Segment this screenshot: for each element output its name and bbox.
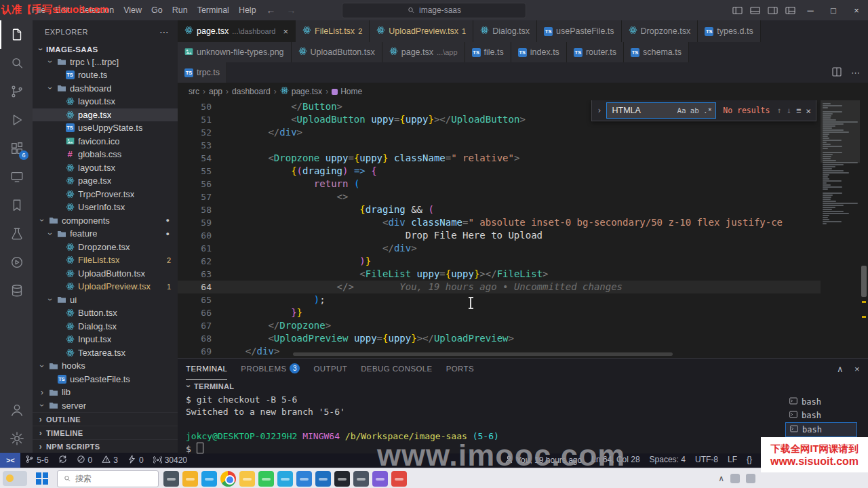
- more-actions-icon[interactable]: ⋯: [159, 26, 170, 37]
- command-center-search[interactable]: image-saas: [342, 3, 526, 18]
- regex-icon[interactable]: .*: [703, 106, 712, 115]
- close-tab-icon[interactable]: ×: [283, 26, 288, 37]
- maximize-panel-icon[interactable]: ∧: [837, 364, 844, 374]
- terminal-instance[interactable]: bash: [785, 409, 857, 422]
- status-branch[interactable]: 5-6: [20, 453, 53, 468]
- split-editor-icon[interactable]: [832, 67, 842, 79]
- tree-item[interactable]: ›trpc \ [...trpc]: [33, 56, 178, 69]
- taskbar-explorer-icon[interactable]: [182, 471, 198, 487]
- activity-live-server-icon[interactable]: [0, 248, 33, 277]
- whole-word-icon[interactable]: ab: [690, 106, 699, 115]
- match-case-icon[interactable]: Aa: [677, 106, 686, 115]
- minimap-slider[interactable]: [821, 100, 860, 163]
- status-language[interactable]: {}: [742, 455, 757, 464]
- back-icon[interactable]: ←: [261, 5, 281, 16]
- tree-item[interactable]: TSroute.ts: [33, 68, 178, 82]
- activity-extensions-icon[interactable]: 6: [0, 134, 33, 163]
- workspace-root[interactable]: › IMAGE-SAAS: [33, 43, 178, 56]
- tree-item[interactable]: #globals.css: [33, 148, 178, 161]
- activity-run-debug-icon[interactable]: [0, 106, 33, 134]
- taskbar-edge-icon[interactable]: [201, 471, 217, 487]
- status-indentation[interactable]: Spaces: 4: [645, 455, 690, 464]
- menu-item-help[interactable]: Help: [234, 5, 261, 15]
- activity-account-icon[interactable]: [0, 396, 33, 424]
- tab-Dialog.tsx[interactable]: Dialog.tsx: [473, 20, 537, 42]
- breadcrumb-item-home[interactable]: Home: [340, 87, 362, 96]
- toggle-replace-icon[interactable]: ›: [597, 106, 601, 115]
- section-timeline[interactable]: ›TIMELINE: [33, 426, 178, 439]
- minimap[interactable]: [821, 100, 860, 358]
- status-encoding[interactable]: UTF-8: [690, 455, 723, 464]
- taskbar-search[interactable]: 搜索: [57, 470, 159, 487]
- tree-item[interactable]: UploadButton.tsx: [33, 267, 178, 281]
- status-broadcast[interactable]: 30420: [149, 453, 192, 468]
- tab-index.ts[interactable]: TSindex.ts: [511, 42, 567, 62]
- close-panel-icon[interactable]: ×: [854, 364, 860, 374]
- tab-schema.ts[interactable]: TSschema.ts: [624, 42, 689, 62]
- tree-item[interactable]: Dialog.tsx: [33, 320, 178, 333]
- maximize-icon[interactable]: □: [822, 0, 845, 20]
- tab-page.tsx[interactable]: page.tsx...\app: [382, 42, 465, 62]
- activity-database-icon[interactable]: [0, 277, 33, 305]
- taskbar-wechat-icon[interactable]: [258, 471, 274, 487]
- panel-tab-debug-console[interactable]: DEBUG CONSOLE: [361, 359, 433, 380]
- tree-item[interactable]: ›lib: [33, 386, 178, 399]
- panel-tab-problems[interactable]: PROBLEMS3: [241, 359, 300, 380]
- forward-icon[interactable]: →: [281, 5, 302, 16]
- find-previous-icon[interactable]: ↑: [776, 106, 781, 115]
- breadcrumb-item-page-tsx[interactable]: page.tsx: [292, 87, 322, 96]
- taskbar-chrome-icon[interactable]: [220, 471, 236, 487]
- tree-item[interactable]: ›components●: [33, 214, 178, 228]
- scrollbar-thumb[interactable]: [861, 266, 867, 297]
- tree-item[interactable]: favicon.ico: [33, 135, 178, 148]
- tree-item[interactable]: Input.tsx: [33, 333, 178, 346]
- taskbar-qq-icon[interactable]: [277, 471, 293, 487]
- tree-item[interactable]: Button.tsx: [33, 306, 178, 320]
- taskbar-taskview-icon[interactable]: [163, 471, 179, 487]
- tab-unknown-file-types.png[interactable]: unknown-file-types.png: [178, 42, 292, 62]
- tray-icon[interactable]: [730, 474, 740, 483]
- tree-item[interactable]: FileList.tsx2: [33, 253, 178, 267]
- toggle-sidebar-icon[interactable]: [728, 0, 746, 20]
- tree-item[interactable]: layout.tsx: [33, 95, 178, 108]
- status-eol[interactable]: LF: [723, 455, 742, 464]
- tray-icon[interactable]: [746, 474, 755, 483]
- panel-tab-output[interactable]: OUTPUT: [313, 359, 347, 380]
- taskbar-folder-icon[interactable]: [239, 471, 255, 487]
- overview-ruler[interactable]: [860, 100, 868, 358]
- tab-types.d.ts[interactable]: TStypes.d.ts: [698, 20, 761, 42]
- tree-item[interactable]: TSuseUppyState.ts: [33, 121, 178, 135]
- taskbar-obs-icon[interactable]: [353, 471, 369, 487]
- code-editor[interactable]: 50 </Button>51 <UploadButton uppy={uppy}…: [178, 100, 868, 358]
- tree-item[interactable]: Dropzone.tsx: [33, 241, 178, 254]
- status-remote[interactable]: ><: [0, 453, 20, 468]
- tab-FileList.tsx[interactable]: FileList.tsx2: [296, 20, 370, 42]
- toggle-panel-icon[interactable]: [746, 0, 764, 20]
- breadcrumb-item-src[interactable]: src: [189, 87, 199, 96]
- menu-item-go[interactable]: Go: [146, 5, 167, 15]
- tree-item[interactable]: ›dashboard: [33, 82, 178, 96]
- find-input[interactable]: [610, 105, 673, 116]
- activity-testing-icon[interactable]: [0, 220, 33, 248]
- tree-item[interactable]: UploadPreview.tsx1: [33, 280, 178, 293]
- menu-item-run[interactable]: Run: [167, 5, 193, 15]
- find-next-icon[interactable]: ↓: [787, 106, 791, 115]
- tree-item[interactable]: page.tsx: [33, 108, 178, 122]
- status-ports[interactable]: 0: [123, 453, 149, 468]
- horizontal-scrollbar[interactable]: [293, 352, 673, 356]
- tree-item[interactable]: TSusePasteFile.ts: [33, 373, 178, 386]
- tab-UploadPreview.tsx[interactable]: UploadPreview.tsx1: [370, 20, 473, 42]
- menu-item-view[interactable]: View: [119, 5, 146, 15]
- tab-file.ts[interactable]: TSfile.ts: [465, 42, 511, 62]
- taskbar-terminal-icon[interactable]: [334, 471, 350, 487]
- close-icon[interactable]: ×: [845, 0, 868, 20]
- activity-remote-explorer-icon[interactable]: [0, 163, 33, 191]
- terminal-instance[interactable]: bash: [785, 422, 857, 437]
- breadcrumb-item-app[interactable]: app: [209, 87, 222, 96]
- breadcrumb-item-dashboard[interactable]: dashboard: [232, 87, 271, 96]
- activity-source-control-icon[interactable]: [0, 77, 33, 106]
- start-button[interactable]: [32, 468, 52, 488]
- activity-bookmarks-icon[interactable]: [0, 191, 33, 220]
- tab-usePasteFile.ts[interactable]: TSusePasteFile.ts: [537, 20, 621, 42]
- tab-trpc.ts[interactable]: TStrpc.ts: [178, 62, 227, 83]
